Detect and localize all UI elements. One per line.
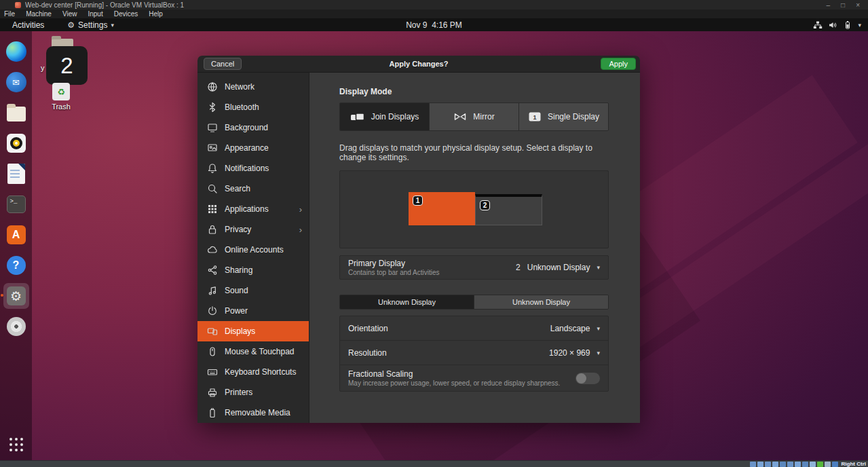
background-icon [207,122,218,133]
sidebar-item-background[interactable]: Background [197,117,309,138]
sidebar-item-label: Mouse & Touchpad [225,347,302,356]
sidebar-item-mouse[interactable]: Mouse & Touchpad [197,341,309,362]
primary-display-dropdown[interactable]: 2 Unknown Display ▾ [516,263,600,272]
display-mode-tabs: Join Displays Mirror 1 Single Display [339,102,609,131]
trash-shortcut[interactable]: ♻ Trash [49,83,73,111]
sidebar-item-sharing[interactable]: Sharing [197,260,309,280]
appearance-icon [207,143,218,153]
join-displays-icon [350,111,365,122]
tab-display-2[interactable]: Unknown Display [474,295,608,309]
fractional-scaling-row: Fractional Scaling May increase power us… [340,365,608,391]
display-number-osd: 2 [46,46,88,85]
resolution-row[interactable]: Resolution 1920 × 969 ▾ [340,341,608,365]
help-icon: ? [7,256,26,275]
cancel-button[interactable]: Cancel [204,58,242,70]
close-button[interactable]: × [856,1,860,9]
menu-devices[interactable]: Devices [114,10,138,18]
tab-mirror[interactable]: Mirror [430,103,519,130]
sidebar-item-displays[interactable]: Displays [197,321,309,341]
sidebar-item-keyboard[interactable]: Keyboard Shortcuts [197,362,309,382]
dock-item-cd[interactable] [5,316,27,337]
features-icon[interactable] [817,462,823,467]
printers-icon [207,387,218,398]
tab-join-displays[interactable]: Join Displays [340,103,430,130]
dock-item-libreoffice-writer[interactable] [5,163,27,185]
search-icon [207,183,218,194]
sidebar-item-network[interactable]: Network [197,77,309,97]
keyboard-icon [207,367,218,377]
maximize-button[interactable]: □ [841,1,845,9]
chevron-right-icon: › [299,225,302,235]
primary-display-row[interactable]: Primary Display Contains top bar and Act… [339,255,609,280]
dock-item-edge[interactable] [5,41,27,62]
orientation-row[interactable]: Orientation Landscape ▾ [340,316,608,341]
fractional-scaling-toggle[interactable] [575,373,600,384]
display-icon[interactable] [795,462,801,467]
dock-item-thunderbird[interactable]: ✉ [5,71,27,93]
resolution-dropdown[interactable]: 1920 × 969 ▾ [549,348,600,358]
tab-display-1[interactable]: Unknown Display [340,295,474,309]
sidebar-item-search[interactable]: Search [197,179,309,199]
drag-hint-text: Drag displays to match your physical dis… [339,143,609,162]
monitor-1[interactable]: 1 [409,192,475,225]
sidebar-item-label: Privacy [225,225,293,234]
menu-view[interactable]: View [62,10,77,18]
system-tray[interactable]: ▾ [813,20,861,29]
shared-folders-icon[interactable] [802,462,808,467]
gnome-topbar: Activities ⚙ Settings ▾ Nov 9 4:16 PM ▾ [0,18,868,31]
orientation-dropdown[interactable]: Landscape ▾ [550,324,600,333]
dock-item-files[interactable] [5,102,27,124]
webcam-icon[interactable] [787,462,793,467]
menu-input[interactable]: Input [88,10,102,18]
minimize-button[interactable]: – [827,1,831,9]
sidebar-item-printers[interactable]: Printers [197,382,309,403]
trash-label: Trash [52,102,71,111]
sidebar-item-privacy[interactable]: Privacy› [197,219,309,240]
hard-disks-icon[interactable] [750,462,756,467]
trash-icon: ♻ [52,83,70,100]
sidebar-item-online-accounts[interactable]: Online Accounts [197,240,309,260]
sidebar-item-applications[interactable]: Applications› [197,199,309,219]
sidebar-item-sound[interactable]: Sound [197,280,309,301]
host-key-label: Right Ctrl [839,461,866,467]
network-icon[interactable] [772,462,778,467]
dock-item-terminal[interactable]: >_ [5,193,27,215]
usb-icon[interactable] [780,462,786,467]
dock-item-help[interactable]: ? [5,255,27,276]
desktop: ✉>_A?⚙ y 2 ♻ Trash Cancel Apply Changes?… [0,31,868,460]
sidebar-item-removable-media[interactable]: Removable Media [197,403,309,423]
activities-button[interactable]: Activities [8,20,48,30]
apply-button[interactable]: Apply [601,58,636,70]
dock-item-settings[interactable]: ⚙ [5,285,27,307]
sidebar-item-label: Notifications [225,164,302,173]
fractional-scaling-subtitle: May increase power usage, lower speed, o… [348,379,560,387]
displays-icon [207,326,218,337]
gear-icon: ⚙ [67,20,75,30]
recording-icon[interactable] [810,462,816,467]
menu-machine[interactable]: Machine [26,10,52,18]
virtualbox-app-icon [15,2,21,8]
dock-item-ubuntu-software[interactable]: A [5,224,27,246]
audio-icon[interactable] [765,462,771,467]
tab-single-display[interactable]: 1 Single Display [519,103,608,130]
sidebar-item-notifications[interactable]: Notifications [197,158,309,179]
sidebar-item-bluetooth[interactable]: Bluetooth [197,97,309,117]
sidebar-item-label: Search [225,184,302,193]
menu-help[interactable]: Help [149,10,163,18]
sidebar-item-label: Printers [225,388,302,397]
menu-file[interactable]: File [4,10,15,18]
show-applications-icon[interactable] [10,438,23,451]
mouse-integration-icon[interactable] [825,462,831,467]
app-menu-button[interactable]: ⚙ Settings ▾ [67,20,114,30]
mouse-icon [207,346,218,357]
monitor-2[interactable]: 2 [475,194,542,225]
orientation-label: Orientation [348,324,388,333]
sidebar-item-label: Online Accounts [225,245,302,255]
sidebar-item-appearance[interactable]: Appearance [197,138,309,158]
sidebar-item-power[interactable]: Power [197,301,309,321]
clock[interactable]: Nov 9 4:16 PM [406,20,462,30]
dock-item-rhythmbox[interactable] [5,132,27,154]
network-icon [207,81,218,92]
optical-drives-icon[interactable] [757,462,763,467]
keyboard-capture-icon[interactable] [832,462,838,467]
